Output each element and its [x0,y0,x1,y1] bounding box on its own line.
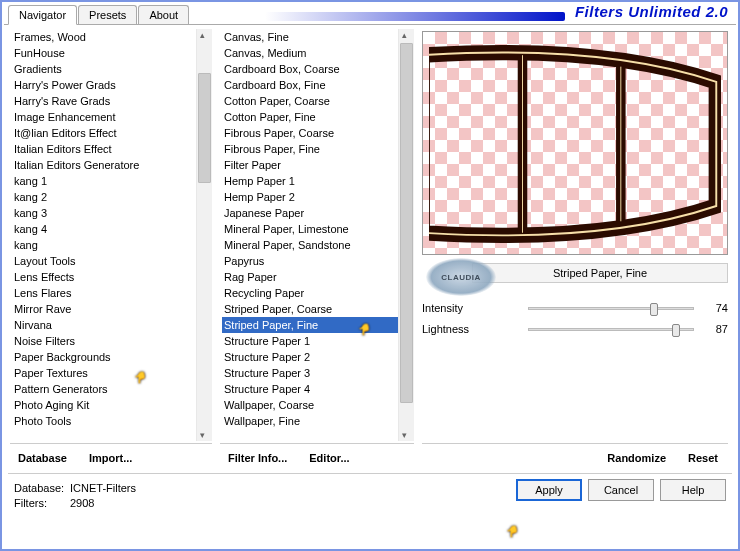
parameters-panel: Intensity74Lightness87 [422,299,728,341]
list-item[interactable]: Japanese Paper [222,205,398,221]
list-item[interactable]: Structure Paper 3 [222,365,398,381]
list-item[interactable]: Fibrous Paper, Fine [222,141,398,157]
list-item[interactable]: Lens Flares [12,285,196,301]
list-item[interactable]: Hemp Paper 1 [222,173,398,189]
param-row: Lightness87 [422,320,728,338]
list-item[interactable]: Mirror Rave [12,301,196,317]
watermark-badge: CLAUDIA [426,258,496,296]
param-row: Intensity74 [422,299,728,317]
list-item[interactable]: Lens Effects [12,269,196,285]
list-item[interactable]: Mineral Paper, Sandstone [222,237,398,253]
list-item[interactable]: Gradients [12,61,196,77]
param-slider[interactable] [528,328,694,331]
list-item[interactable]: FunHouse [12,45,196,61]
list-item[interactable]: Italian Editors Generatore [12,157,196,173]
param-label: Intensity [422,302,522,314]
list-item[interactable]: Nirvana [12,317,196,333]
pointer-icon: 👉 [501,525,522,539]
list-item[interactable]: Pattern Generators [12,381,196,397]
list-item[interactable]: Image Enhancement [12,109,196,125]
app-title: Filters Unlimited 2.0 [575,3,728,20]
tab-bar: Navigator Presets About [8,5,190,25]
list-item[interactable]: Italian Editors Effect [12,141,196,157]
import-button[interactable]: Import... [81,448,140,468]
list-item[interactable]: Fibrous Paper, Coarse [222,125,398,141]
cancel-button[interactable]: Cancel [588,479,654,501]
param-value: 74 [700,302,728,314]
list-item[interactable]: Wallpaper, Coarse [222,397,398,413]
apply-button[interactable]: Apply [516,479,582,501]
tab-about[interactable]: About [138,5,189,25]
filter-info-button[interactable]: Filter Info... [220,448,295,468]
filter-list[interactable]: Canvas, FineCanvas, MediumCardboard Box,… [220,29,398,441]
list-item[interactable]: kang 4 [12,221,196,237]
editor-button[interactable]: Editor... [301,448,357,468]
list-item[interactable]: Cardboard Box, Coarse [222,61,398,77]
list-item[interactable]: Wallpaper, Fine [222,413,398,429]
list-item[interactable]: Canvas, Fine [222,29,398,45]
preview-panel [422,31,728,255]
list-item[interactable]: Harry's Rave Grads [12,93,196,109]
list-item[interactable]: Paper Textures [12,365,196,381]
tab-navigator[interactable]: Navigator [8,5,77,25]
list-item[interactable]: Recycling Paper [222,285,398,301]
param-value: 87 [700,323,728,335]
list-item[interactable]: Striped Paper, Coarse [222,301,398,317]
status-info: Database:ICNET-Filters Filters:2908 [14,481,136,511]
list-item[interactable]: Structure Paper 4 [222,381,398,397]
list-item[interactable]: Photo Aging Kit [12,397,196,413]
list-item[interactable]: Hemp Paper 2 [222,189,398,205]
list-item[interactable]: kang [12,237,196,253]
list-item[interactable]: Structure Paper 2 [222,349,398,365]
reset-button[interactable]: Reset [680,448,726,468]
help-button[interactable]: Help [660,479,726,501]
list-item[interactable]: Cotton Paper, Fine [222,109,398,125]
list-item[interactable]: kang 2 [12,189,196,205]
list-item[interactable]: kang 3 [12,205,196,221]
list-item[interactable]: Paper Backgrounds [12,349,196,365]
randomize-button[interactable]: Randomize [599,448,674,468]
tab-presets[interactable]: Presets [78,5,137,25]
list-item[interactable]: kang 1 [12,173,196,189]
list-item[interactable]: Frames, Wood [12,29,196,45]
list-item[interactable]: Harry's Power Grads [12,77,196,93]
current-filter-name: Striped Paper, Fine [472,263,728,283]
param-slider[interactable] [528,307,694,310]
list-item[interactable]: Filter Paper [222,157,398,173]
list-item[interactable]: Noise Filters [12,333,196,349]
database-button[interactable]: Database [10,448,75,468]
list-item[interactable]: Papyrus [222,253,398,269]
list-item[interactable]: Mineral Paper, Limestone [222,221,398,237]
list-item[interactable]: Cardboard Box, Fine [222,77,398,93]
list-item[interactable]: Cotton Paper, Coarse [222,93,398,109]
list-item[interactable]: Layout Tools [12,253,196,269]
list-item[interactable]: It@lian Editors Effect [12,125,196,141]
param-label: Lightness [422,323,522,335]
pointer-icon: 👉 [129,371,150,385]
filter-scrollbar[interactable] [398,29,414,441]
list-item[interactable]: Rag Paper [222,269,398,285]
list-item[interactable]: Canvas, Medium [222,45,398,61]
category-scrollbar[interactable] [196,29,212,441]
list-item[interactable]: Photo Tools [12,413,196,429]
pointer-icon: 👉 [353,323,374,337]
category-list[interactable]: Frames, WoodFunHouseGradientsHarry's Pow… [10,29,196,441]
